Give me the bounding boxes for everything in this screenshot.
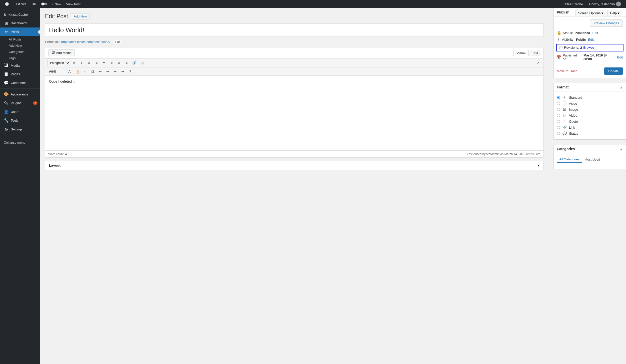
last-edited-text: Last edited by testadmin on March 14, 20… [467, 152, 540, 156]
categories-box-body: All Categories Most Used [554, 153, 626, 169]
blockquote-button[interactable]: ❝ [100, 60, 108, 66]
preview-changes-button[interactable]: Preview Changes [590, 19, 623, 27]
format-aside-radio[interactable] [557, 102, 560, 105]
tab-visual[interactable]: Visual [514, 50, 529, 56]
dashboard-icon: ⊞ [4, 21, 9, 25]
help-button[interactable]: Help ▾ [607, 10, 622, 16]
visibility-edit-link[interactable]: Edit [588, 38, 594, 41]
status-edit-link[interactable]: Edit [592, 31, 598, 35]
format-status-radio[interactable] [557, 132, 560, 135]
format-aside[interactable]: 📄 Aside [557, 100, 623, 106]
strikethrough-button[interactable]: ABC [47, 68, 58, 75]
help-toolbar-button[interactable]: ? [127, 68, 134, 75]
format-quote[interactable]: ❝ Quote [557, 118, 623, 124]
format-video[interactable]: ▷ Video [557, 112, 623, 118]
screen-options-button[interactable]: Screen Options ▾ [576, 10, 606, 16]
format-status[interactable]: 💬 Status [557, 130, 623, 136]
collapse-format-icon[interactable]: ▲ [620, 85, 623, 89]
published-on-row: 📅 Published on: Mar 14, 2019 @ 08:08 Edi… [557, 52, 623, 62]
post-title-input[interactable]: Hello World! [45, 23, 544, 37]
align-left-button[interactable]: ≡ [108, 60, 115, 66]
add-media-button[interactable]: 🖼 Add Media [48, 49, 75, 56]
permalink-edit-button[interactable]: Edit [113, 40, 122, 44]
howdy-user[interactable]: Howdy, testadmin [587, 0, 624, 8]
ordered-list-button[interactable]: ≡ [93, 60, 100, 66]
editor-body[interactable]: Oops I deleted it. [45, 76, 543, 151]
format-standard-radio[interactable] [557, 96, 560, 99]
tab-all-categories[interactable]: All Categories [557, 156, 582, 163]
new-content-button[interactable]: + New [49, 0, 64, 8]
format-link-radio[interactable] [557, 126, 560, 129]
format-link[interactable]: 🔗 Link [557, 124, 623, 130]
format-quote-radio[interactable] [557, 120, 560, 123]
pages-icon: 📋 [4, 72, 9, 76]
format-standard[interactable]: ✦ Standard [557, 94, 623, 100]
format-box: Format ▲ ✦ Standard 📄 Aside 🖼 Image [554, 83, 626, 140]
sidebar-item-posts[interactable]: ✏ Posts [0, 27, 40, 36]
comments-count[interactable]: 💬 0 [38, 0, 49, 8]
indent-button[interactable]: ⇥ [104, 68, 111, 75]
sidebar-item-dashboard[interactable]: ⊞ Dashboard [0, 19, 40, 27]
move-to-trash-link[interactable]: Move to Trash [557, 69, 577, 73]
sidebar-item-tools[interactable]: 🔧 Tools [0, 116, 40, 125]
sidebar-sub-categories[interactable]: Categories [0, 49, 40, 55]
sidebar-item-kinsta-cache[interactable]: K Kinsta Cache [0, 10, 40, 19]
sidebar-item-appearance[interactable]: 🎨 Appearance [0, 90, 40, 99]
sidebar-sub-tags[interactable]: Tags [0, 55, 40, 61]
more-button[interactable]: ⊟ [139, 60, 146, 66]
undo-button[interactable]: ↩ [112, 68, 119, 75]
align-right-button[interactable]: ≡ [123, 60, 130, 66]
users-icon: 👤 [4, 109, 9, 114]
paste-text-button[interactable]: 📋 [74, 68, 81, 75]
format-video-radio[interactable] [557, 114, 560, 117]
unordered-list-button[interactable]: ≡ [86, 60, 92, 66]
layout-section-header[interactable]: Layout ▾ [45, 161, 543, 170]
add-new-post-button[interactable]: Add New [71, 13, 90, 19]
text-color-button[interactable]: A [66, 68, 73, 75]
revisions-count: 2 [580, 46, 582, 49]
kinsta-icon: K [4, 12, 6, 17]
collapse-categories-icon[interactable]: ▲ [620, 147, 623, 151]
hr-button[interactable]: — [58, 68, 66, 75]
redo-button[interactable]: ↪ [119, 68, 126, 75]
paragraph-select[interactable]: Paragraph [47, 60, 70, 66]
status-value: Published [574, 31, 590, 35]
sidebar-item-settings[interactable]: ⚙ Settings [0, 125, 40, 134]
sidebar-item-pages[interactable]: 📋 Pages [0, 70, 40, 78]
sidebar-item-comments[interactable]: 💬 Comments [0, 78, 40, 87]
clear-cache-button[interactable]: Clear Cache [562, 0, 585, 8]
revisions-browse-link[interactable]: Browse [583, 46, 594, 49]
sidebar-item-plugins[interactable]: 🔌 Plugins 3 [0, 99, 40, 107]
format-image[interactable]: 🖼 Image [557, 106, 623, 112]
status-icon: 🔒 [557, 30, 562, 35]
status-format-icon: 💬 [562, 131, 567, 135]
plugins-badge: 3 [33, 101, 38, 105]
format-image-radio[interactable] [557, 108, 560, 111]
clear-format-button[interactable]: ○ [82, 68, 89, 75]
fullscreen-button[interactable]: ⤢ [534, 60, 541, 66]
align-center-button[interactable]: ≡ [116, 60, 122, 66]
bold-button[interactable]: B [70, 60, 78, 66]
updates-count[interactable]: ↺ 6 [29, 0, 38, 8]
sidebar-item-users[interactable]: 👤 Users [0, 107, 40, 116]
published-edit-link[interactable]: Edit [617, 55, 623, 59]
wp-logo[interactable]: ⬢ [2, 0, 12, 8]
view-post-link[interactable]: View Post [64, 0, 83, 8]
link-button[interactable]: 🔗 [130, 60, 138, 66]
tab-text[interactable]: Text [529, 50, 541, 56]
special-char-button[interactable]: Ω [89, 68, 96, 75]
sidebar-sub-all-posts[interactable]: All Posts [0, 36, 40, 42]
tab-most-used[interactable]: Most Used [582, 156, 602, 163]
publish-box-title: Publish [557, 10, 570, 14]
collapse-menu-button[interactable]: Collapse menu [0, 139, 40, 146]
sidebar-sub-add-new[interactable]: Add New [0, 42, 40, 49]
categories-box-header: Categories ▲ [554, 145, 626, 153]
site-name[interactable]: Test Site [12, 0, 29, 8]
update-button[interactable]: Update [604, 67, 623, 75]
sidebar-item-media[interactable]: 🖼 Media [0, 61, 40, 70]
outdent-button[interactable]: ⇤ [97, 68, 104, 75]
link-format-icon: 🔗 [562, 125, 567, 129]
italic-button[interactable]: I [78, 60, 85, 66]
permalink-url[interactable]: https://test.kinsta.com/hello-world/ [61, 40, 110, 44]
sidebar: K Kinsta Cache ⊞ Dashboard ✏ Posts All P… [0, 8, 40, 364]
